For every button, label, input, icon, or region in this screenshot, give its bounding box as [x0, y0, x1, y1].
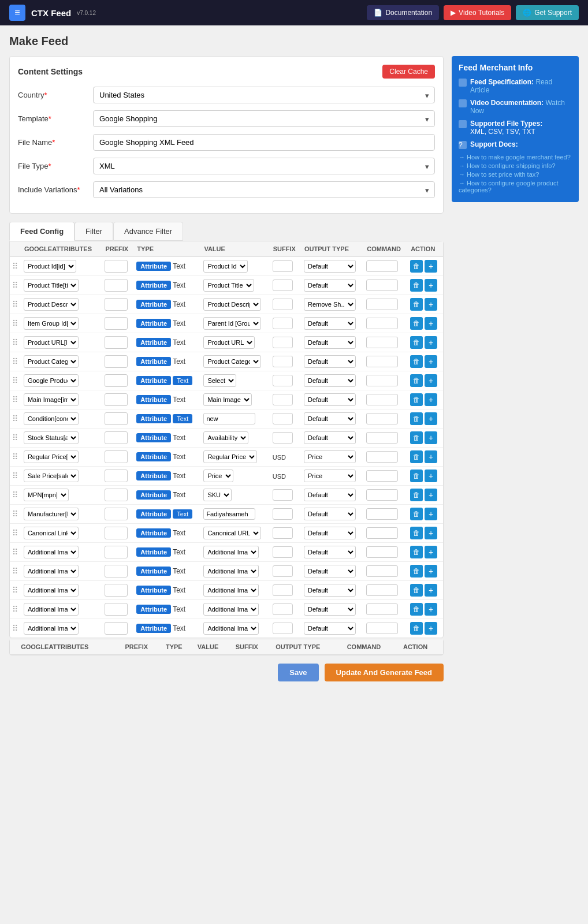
type-attribute-badge[interactable]: Attribute [136, 452, 171, 461]
prefix-input[interactable] [105, 374, 128, 387]
prefix-input[interactable] [105, 393, 128, 406]
drag-handle[interactable]: ⠿ [12, 605, 18, 614]
value-text-input[interactable] [203, 508, 255, 520]
type-attribute-badge[interactable]: Attribute [136, 281, 171, 290]
prefix-input[interactable] [105, 527, 128, 539]
drag-handle[interactable]: ⠿ [12, 433, 18, 442]
type-attribute-badge[interactable]: Attribute [136, 624, 171, 633]
delete-button[interactable]: 🗑 [410, 317, 423, 330]
output-select[interactable]: Default [304, 565, 356, 578]
delete-button[interactable]: 🗑 [410, 508, 423, 520]
delete-button[interactable]: 🗑 [410, 565, 423, 578]
type-attribute-badge[interactable]: Attribute [136, 433, 171, 442]
attr-select[interactable]: Sale Price[sale_ [24, 470, 79, 482]
delete-button[interactable]: 🗑 [410, 450, 423, 463]
filename-input[interactable] [93, 134, 435, 151]
command-input[interactable] [366, 470, 398, 482]
delete-button[interactable]: 🗑 [410, 355, 423, 368]
value-select[interactable]: Additional Ima [203, 622, 259, 635]
value-select[interactable]: Product URL [203, 336, 255, 349]
prefix-input[interactable] [105, 298, 128, 311]
drag-handle[interactable]: ⠿ [12, 281, 18, 290]
command-input[interactable] [366, 413, 398, 424]
drag-handle[interactable]: ⠿ [12, 262, 18, 271]
output-select[interactable]: Default [304, 317, 356, 330]
clear-cache-button[interactable]: Clear Cache [382, 65, 435, 79]
drag-handle[interactable]: ⠿ [12, 471, 18, 480]
drag-handle[interactable]: ⠿ [12, 509, 18, 519]
type-attribute-badge[interactable]: Attribute [136, 395, 171, 404]
variations-select[interactable]: All Variations [93, 181, 435, 198]
attr-select[interactable]: Canonical Link[ [24, 527, 79, 539]
type-attribute-badge[interactable]: Attribute [136, 605, 171, 614]
template-select[interactable]: Google Shopping [93, 110, 435, 127]
type-attribute-badge[interactable]: Attribute [136, 528, 171, 538]
type-attribute-badge[interactable]: Attribute [136, 586, 171, 595]
suffix-input[interactable] [273, 337, 293, 348]
prefix-input[interactable] [105, 260, 128, 273]
type-attribute-badge[interactable]: Attribute [136, 338, 171, 347]
value-select[interactable]: Additional Ima [203, 603, 259, 616]
command-input[interactable] [366, 356, 398, 367]
attr-select[interactable]: Main Image[im [24, 393, 79, 406]
output-select[interactable]: Remove Sh... [304, 298, 356, 311]
add-button[interactable]: + [425, 508, 437, 520]
add-button[interactable]: + [425, 470, 437, 482]
add-button[interactable]: + [425, 412, 437, 425]
suffix-input[interactable] [273, 546, 293, 558]
add-button[interactable]: + [425, 298, 437, 311]
value-select[interactable]: SKU [203, 489, 232, 501]
drag-handle[interactable]: ⠿ [12, 395, 18, 404]
suffix-input[interactable] [273, 375, 293, 386]
prefix-input[interactable] [105, 317, 128, 330]
add-button[interactable]: + [425, 355, 437, 368]
attr-select[interactable]: Product Id[id] [24, 260, 76, 273]
type-attribute-badge[interactable]: Attribute [136, 376, 171, 385]
type-text-badge[interactable]: Text [173, 376, 192, 385]
add-button[interactable]: + [425, 450, 437, 463]
command-input[interactable] [366, 337, 398, 348]
delete-button[interactable]: 🗑 [410, 470, 423, 482]
delete-button[interactable]: 🗑 [410, 622, 423, 635]
attr-select[interactable]: Product Title[tit [24, 279, 79, 292]
value-select[interactable]: Canonical URL [203, 527, 261, 539]
command-input[interactable] [366, 508, 398, 520]
attr-select[interactable]: Additional Ima [24, 565, 79, 578]
update-generate-button[interactable]: Update And Generate Feed [325, 664, 444, 681]
command-input[interactable] [366, 603, 398, 615]
suffix-input[interactable] [273, 413, 293, 424]
attr-select[interactable]: Additional Ima [24, 546, 79, 558]
command-input[interactable] [366, 489, 398, 501]
drag-handle[interactable]: ⠿ [12, 300, 18, 309]
attr-select[interactable]: Product URL[lin [24, 336, 79, 349]
output-select[interactable]: Default [304, 489, 356, 501]
add-button[interactable]: + [425, 565, 437, 578]
add-button[interactable]: + [425, 393, 437, 406]
add-button[interactable]: + [425, 260, 437, 273]
value-select[interactable]: Product Catego [203, 355, 261, 368]
prefix-input[interactable] [105, 431, 128, 444]
drag-handle[interactable]: ⠿ [12, 414, 18, 423]
type-attribute-badge[interactable]: Attribute [136, 262, 171, 271]
prefix-input[interactable] [105, 450, 128, 463]
output-select[interactable]: Default [304, 279, 356, 292]
output-select[interactable]: Default [304, 431, 356, 444]
prefix-input[interactable] [105, 622, 128, 635]
command-input[interactable] [366, 375, 398, 386]
command-input[interactable] [366, 260, 398, 272]
value-select[interactable]: Regular Price [203, 450, 257, 463]
get-support-button[interactable]: 🌐 Get Support [516, 5, 579, 20]
add-button[interactable]: + [425, 279, 437, 292]
delete-button[interactable]: 🗑 [410, 603, 423, 616]
delete-button[interactable]: 🗑 [410, 584, 423, 597]
attr-select[interactable]: Item Group Id[i [24, 317, 79, 330]
suffix-input[interactable] [273, 489, 293, 501]
type-attribute-badge[interactable]: Attribute [136, 319, 171, 328]
attr-select[interactable]: Stock Status[av [24, 431, 79, 444]
add-button[interactable]: + [425, 317, 437, 330]
value-select[interactable]: Main Image [203, 393, 252, 406]
output-select[interactable]: Default [304, 260, 356, 273]
prefix-input[interactable] [105, 470, 128, 482]
value-select[interactable]: Select [203, 374, 236, 387]
command-input[interactable] [366, 299, 398, 310]
